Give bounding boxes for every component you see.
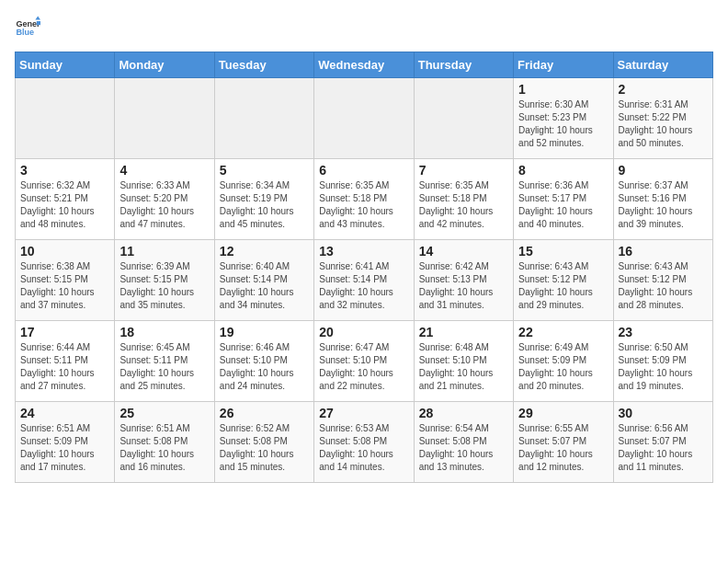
calendar-cell: 4Sunrise: 6:33 AM Sunset: 5:20 PM Daylig… bbox=[115, 159, 214, 240]
calendar-week-row: 24Sunrise: 6:51 AM Sunset: 5:09 PM Dayli… bbox=[16, 402, 713, 483]
day-number: 7 bbox=[419, 163, 508, 178]
day-detail: Sunrise: 6:43 AM Sunset: 5:12 PM Dayligh… bbox=[518, 260, 608, 312]
weekday-header-row: SundayMondayTuesdayWednesdayThursdayFrid… bbox=[16, 52, 713, 78]
day-number: 11 bbox=[119, 244, 209, 259]
calendar-cell: 15Sunrise: 6:43 AM Sunset: 5:12 PM Dayli… bbox=[514, 240, 613, 321]
day-number: 29 bbox=[518, 406, 608, 420]
day-number: 21 bbox=[419, 325, 508, 339]
day-detail: Sunrise: 6:56 AM Sunset: 5:07 PM Dayligh… bbox=[619, 422, 708, 474]
day-detail: Sunrise: 6:47 AM Sunset: 5:10 PM Dayligh… bbox=[319, 341, 408, 393]
weekday-header: Tuesday bbox=[214, 52, 313, 78]
calendar-cell: 7Sunrise: 6:35 AM Sunset: 5:18 PM Daylig… bbox=[414, 159, 513, 240]
calendar-cell bbox=[214, 78, 313, 159]
day-detail: Sunrise: 6:37 AM Sunset: 5:16 PM Dayligh… bbox=[619, 179, 708, 231]
calendar-cell: 2Sunrise: 6:31 AM Sunset: 5:22 PM Daylig… bbox=[613, 78, 712, 159]
day-number: 13 bbox=[319, 244, 408, 259]
weekday-header: Monday bbox=[115, 52, 214, 78]
day-detail: Sunrise: 6:40 AM Sunset: 5:14 PM Dayligh… bbox=[220, 260, 309, 312]
calendar-cell: 13Sunrise: 6:41 AM Sunset: 5:14 PM Dayli… bbox=[314, 240, 414, 321]
day-number: 15 bbox=[518, 244, 608, 259]
day-detail: Sunrise: 6:55 AM Sunset: 5:07 PM Dayligh… bbox=[518, 422, 608, 474]
calendar-cell: 12Sunrise: 6:40 AM Sunset: 5:14 PM Dayli… bbox=[214, 240, 313, 321]
day-detail: Sunrise: 6:41 AM Sunset: 5:14 PM Dayligh… bbox=[319, 260, 408, 312]
day-detail: Sunrise: 6:30 AM Sunset: 5:23 PM Dayligh… bbox=[518, 98, 608, 150]
calendar-cell: 28Sunrise: 6:54 AM Sunset: 5:08 PM Dayli… bbox=[414, 402, 513, 483]
day-detail: Sunrise: 6:42 AM Sunset: 5:13 PM Dayligh… bbox=[419, 260, 508, 312]
calendar-cell bbox=[16, 78, 115, 159]
calendar-table: SundayMondayTuesdayWednesdayThursdayFrid… bbox=[15, 52, 713, 483]
calendar-week-row: 10Sunrise: 6:38 AM Sunset: 5:15 PM Dayli… bbox=[16, 240, 713, 321]
day-detail: Sunrise: 6:49 AM Sunset: 5:09 PM Dayligh… bbox=[518, 341, 608, 393]
day-number: 30 bbox=[619, 406, 708, 420]
calendar-cell: 30Sunrise: 6:56 AM Sunset: 5:07 PM Dayli… bbox=[613, 402, 712, 483]
day-detail: Sunrise: 6:53 AM Sunset: 5:08 PM Dayligh… bbox=[319, 422, 408, 474]
calendar-cell: 18Sunrise: 6:45 AM Sunset: 5:11 PM Dayli… bbox=[115, 321, 214, 402]
day-detail: Sunrise: 6:39 AM Sunset: 5:15 PM Dayligh… bbox=[119, 260, 209, 312]
calendar-cell: 16Sunrise: 6:43 AM Sunset: 5:12 PM Dayli… bbox=[613, 240, 712, 321]
logo: General Blue bbox=[15, 15, 44, 40]
calendar-week-row: 17Sunrise: 6:44 AM Sunset: 5:11 PM Dayli… bbox=[16, 321, 713, 402]
calendar-cell bbox=[314, 78, 414, 159]
day-number: 19 bbox=[220, 325, 309, 339]
calendar-cell: 26Sunrise: 6:52 AM Sunset: 5:08 PM Dayli… bbox=[214, 402, 313, 483]
day-number: 28 bbox=[419, 406, 508, 420]
calendar-cell: 1Sunrise: 6:30 AM Sunset: 5:23 PM Daylig… bbox=[514, 78, 613, 159]
day-detail: Sunrise: 6:44 AM Sunset: 5:11 PM Dayligh… bbox=[20, 341, 109, 393]
day-number: 8 bbox=[518, 163, 608, 178]
day-detail: Sunrise: 6:43 AM Sunset: 5:12 PM Dayligh… bbox=[619, 260, 708, 312]
day-number: 2 bbox=[619, 82, 708, 97]
calendar-cell bbox=[115, 78, 214, 159]
day-detail: Sunrise: 6:32 AM Sunset: 5:21 PM Dayligh… bbox=[20, 179, 109, 231]
weekday-header: Friday bbox=[514, 52, 613, 78]
calendar-cell: 20Sunrise: 6:47 AM Sunset: 5:10 PM Dayli… bbox=[314, 321, 414, 402]
calendar-cell: 21Sunrise: 6:48 AM Sunset: 5:10 PM Dayli… bbox=[414, 321, 513, 402]
day-number: 14 bbox=[419, 244, 508, 259]
calendar-week-row: 3Sunrise: 6:32 AM Sunset: 5:21 PM Daylig… bbox=[16, 159, 713, 240]
calendar-body: 1Sunrise: 6:30 AM Sunset: 5:23 PM Daylig… bbox=[16, 78, 713, 483]
day-detail: Sunrise: 6:35 AM Sunset: 5:18 PM Dayligh… bbox=[319, 179, 408, 231]
calendar-cell: 23Sunrise: 6:50 AM Sunset: 5:09 PM Dayli… bbox=[613, 321, 712, 402]
calendar-cell: 27Sunrise: 6:53 AM Sunset: 5:08 PM Dayli… bbox=[314, 402, 414, 483]
calendar-week-row: 1Sunrise: 6:30 AM Sunset: 5:23 PM Daylig… bbox=[16, 78, 713, 159]
day-detail: Sunrise: 6:51 AM Sunset: 5:09 PM Dayligh… bbox=[20, 422, 109, 474]
calendar-cell: 14Sunrise: 6:42 AM Sunset: 5:13 PM Dayli… bbox=[414, 240, 513, 321]
day-detail: Sunrise: 6:34 AM Sunset: 5:19 PM Dayligh… bbox=[220, 179, 309, 231]
day-number: 25 bbox=[119, 406, 209, 420]
day-number: 3 bbox=[20, 163, 109, 178]
day-number: 6 bbox=[319, 163, 408, 178]
day-number: 23 bbox=[619, 325, 708, 339]
calendar-cell: 11Sunrise: 6:39 AM Sunset: 5:15 PM Dayli… bbox=[115, 240, 214, 321]
day-number: 12 bbox=[220, 244, 309, 259]
calendar-cell: 22Sunrise: 6:49 AM Sunset: 5:09 PM Dayli… bbox=[514, 321, 613, 402]
calendar-cell: 5Sunrise: 6:34 AM Sunset: 5:19 PM Daylig… bbox=[214, 159, 313, 240]
day-number: 18 bbox=[119, 325, 209, 339]
calendar-cell: 3Sunrise: 6:32 AM Sunset: 5:21 PM Daylig… bbox=[16, 159, 115, 240]
weekday-header: Saturday bbox=[613, 52, 712, 78]
day-number: 10 bbox=[20, 244, 109, 259]
calendar-cell: 29Sunrise: 6:55 AM Sunset: 5:07 PM Dayli… bbox=[514, 402, 613, 483]
day-detail: Sunrise: 6:31 AM Sunset: 5:22 PM Dayligh… bbox=[619, 98, 708, 150]
calendar-cell bbox=[414, 78, 513, 159]
day-detail: Sunrise: 6:35 AM Sunset: 5:18 PM Dayligh… bbox=[419, 179, 508, 231]
header: General Blue bbox=[15, 15, 713, 40]
day-number: 4 bbox=[119, 163, 209, 178]
day-number: 22 bbox=[518, 325, 608, 339]
weekday-header: Sunday bbox=[16, 52, 115, 78]
day-detail: Sunrise: 6:46 AM Sunset: 5:10 PM Dayligh… bbox=[220, 341, 309, 393]
day-number: 9 bbox=[619, 163, 708, 178]
day-detail: Sunrise: 6:52 AM Sunset: 5:08 PM Dayligh… bbox=[220, 422, 309, 474]
svg-marker-3 bbox=[37, 21, 40, 25]
day-detail: Sunrise: 6:54 AM Sunset: 5:08 PM Dayligh… bbox=[419, 422, 508, 474]
day-detail: Sunrise: 6:33 AM Sunset: 5:20 PM Dayligh… bbox=[119, 179, 209, 231]
day-number: 26 bbox=[220, 406, 309, 420]
calendar-cell: 6Sunrise: 6:35 AM Sunset: 5:18 PM Daylig… bbox=[314, 159, 414, 240]
day-number: 17 bbox=[20, 325, 109, 339]
calendar-cell: 24Sunrise: 6:51 AM Sunset: 5:09 PM Dayli… bbox=[16, 402, 115, 483]
svg-text:Blue: Blue bbox=[16, 28, 34, 37]
day-number: 24 bbox=[20, 406, 109, 420]
weekday-header: Thursday bbox=[414, 52, 513, 78]
calendar-cell: 8Sunrise: 6:36 AM Sunset: 5:17 PM Daylig… bbox=[514, 159, 613, 240]
day-detail: Sunrise: 6:50 AM Sunset: 5:09 PM Dayligh… bbox=[619, 341, 708, 393]
logo-icon: General Blue bbox=[15, 15, 40, 40]
calendar-cell: 25Sunrise: 6:51 AM Sunset: 5:08 PM Dayli… bbox=[115, 402, 214, 483]
